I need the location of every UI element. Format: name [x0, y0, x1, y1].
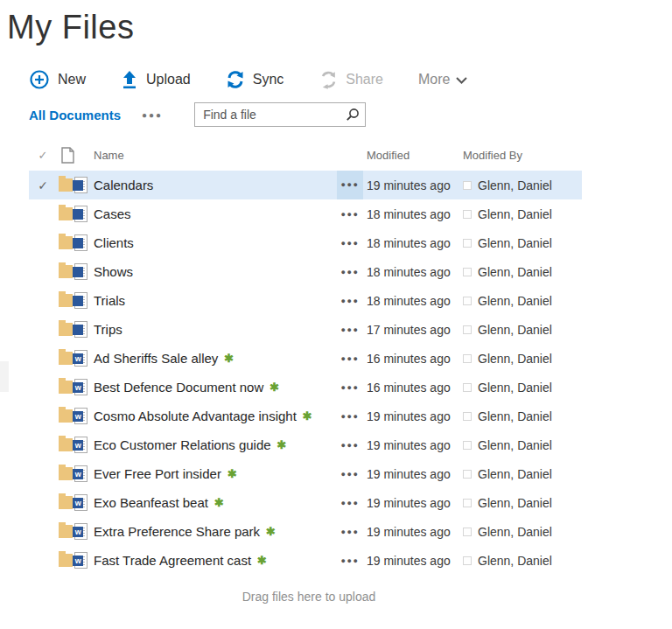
file-name[interactable]: Cases	[94, 206, 131, 221]
presence-indicator-icon	[463, 239, 472, 248]
row-ellipsis-menu[interactable]: ●●●	[337, 354, 363, 363]
upload-button-label: Upload	[146, 72, 191, 87]
file-name-cell[interactable]: Trips	[88, 322, 337, 337]
file-name-cell[interactable]: Clients	[88, 235, 337, 250]
row-ellipsis-menu[interactable]: ●●●	[337, 325, 363, 334]
row-checkmark[interactable]: ✓	[29, 178, 57, 192]
new-button[interactable]: New	[29, 69, 86, 90]
folder-icon	[59, 207, 73, 220]
table-row[interactable]: ✓ Calendars ●●● 19 minutes ago Glenn, Da…	[29, 171, 582, 199]
file-name[interactable]: Fast Trade Agreement cast	[94, 553, 251, 568]
file-name-cell[interactable]: Extra Preference Share park ✱	[88, 524, 337, 539]
file-name[interactable]: Shows	[94, 264, 133, 279]
modified-column-header[interactable]: Modified	[363, 149, 458, 162]
more-menu-button[interactable]: More	[418, 72, 467, 87]
row-ellipsis-menu[interactable]: ●●●	[337, 470, 363, 479]
table-row[interactable]: Trips ●●● 17 minutes ago Glenn, Daniel	[29, 315, 582, 344]
presence-indicator-icon	[463, 210, 472, 219]
file-type-column-icon[interactable]	[57, 147, 88, 164]
row-ellipsis-menu[interactable]: ●●●	[337, 239, 363, 248]
row-ellipsis-menu[interactable]: ●●●	[337, 297, 363, 305]
modified-by-name: Glenn, Daniel	[478, 323, 552, 337]
row-ellipsis-menu[interactable]: ●●●	[337, 441, 363, 450]
file-name-cell[interactable]: Fast Trade Agreement cast ✱	[88, 553, 337, 568]
file-name[interactable]: Cosmo Absolute Advantage insight	[94, 409, 297, 423]
table-row[interactable]: Cases ●●● 18 minutes ago Glenn, Daniel	[29, 199, 582, 228]
search-icon[interactable]	[346, 108, 360, 125]
file-name-cell[interactable]: Ever Free Port insider ✱	[88, 466, 337, 481]
name-column-header[interactable]: Name	[88, 149, 337, 162]
row-ellipsis-menu[interactable]: ●●●	[337, 556, 363, 565]
file-name-cell[interactable]: Ad Sheriffs Sale alley ✱	[88, 351, 337, 366]
modified-by-name: Glenn, Daniel	[478, 352, 552, 366]
sync-button[interactable]: Sync	[226, 70, 284, 89]
table-row[interactable]: Shows ●●● 18 minutes ago Glenn, Daniel	[29, 257, 582, 286]
file-name-cell[interactable]: Eco Customer Relations guide ✱	[88, 437, 337, 452]
table-row[interactable]: w Fast Trade Agreement cast ✱ ●●● 19 min…	[29, 546, 582, 575]
word-doc-icon	[73, 206, 88, 223]
file-name-cell[interactable]: Cosmo Absolute Advantage insight ✱	[88, 409, 337, 423]
folder-icon	[59, 294, 73, 307]
row-ellipsis-menu[interactable]: ●●●	[337, 412, 363, 421]
table-row[interactable]: w Eco Customer Relations guide ✱ ●●● 19 …	[29, 430, 582, 459]
file-name[interactable]: Ever Free Port insider	[94, 466, 221, 481]
table-row[interactable]: Clients ●●● 18 minutes ago Glenn, Daniel	[29, 228, 582, 257]
row-ellipsis-menu[interactable]: ●●●	[337, 528, 363, 536]
table-row[interactable]: w Cosmo Absolute Advantage insight ✱ ●●●…	[29, 402, 582, 430]
file-name-cell[interactable]: Best Defence Document now ✱	[88, 380, 337, 395]
row-modified: 19 minutes ago	[363, 409, 458, 423]
share-button[interactable]: Share	[318, 70, 383, 89]
folder-icon	[59, 381, 73, 394]
row-ellipsis-menu[interactable]: ●●●	[337, 268, 363, 276]
word-doc-icon: w	[73, 379, 88, 396]
modified-by-name: Glenn, Daniel	[478, 409, 552, 423]
my-files-page: My Files New Upload	[0, 0, 672, 629]
row-type-icon-cell: w	[57, 437, 88, 454]
file-name[interactable]: Trials	[94, 293, 125, 308]
upload-button[interactable]: Upload	[121, 70, 191, 89]
table-row[interactable]: w Exo Beanfeast beat ✱ ●●● 19 minutes ag…	[29, 488, 582, 517]
row-type-icon-cell	[57, 234, 88, 252]
file-name[interactable]: Calendars	[94, 178, 153, 192]
search-input[interactable]	[194, 102, 366, 127]
word-letter	[73, 209, 83, 220]
file-name[interactable]: Eco Customer Relations guide	[94, 437, 271, 452]
view-bar: All Documents ●●●	[29, 102, 672, 127]
row-ellipsis-menu[interactable]: ●●●	[337, 171, 363, 199]
view-selector-all-documents[interactable]: All Documents	[29, 108, 121, 122]
file-name-cell[interactable]: Shows	[88, 264, 337, 279]
table-row[interactable]: w Extra Preference Share park ✱ ●●● 19 m…	[29, 517, 582, 546]
row-type-icon-cell: w	[57, 552, 88, 570]
word-doc-icon: w	[73, 552, 88, 570]
table-row[interactable]: w Best Defence Document now ✱ ●●● 16 min…	[29, 373, 582, 402]
file-name-cell[interactable]: Cases	[88, 206, 337, 221]
presence-indicator-icon	[463, 499, 472, 507]
select-all-checkmark[interactable]: ✓	[29, 149, 57, 162]
row-modified: 17 minutes ago	[363, 323, 458, 337]
view-options-ellipsis[interactable]: ●●●	[142, 110, 163, 120]
row-ellipsis-menu[interactable]: ●●●	[337, 383, 363, 392]
modified-by-column-header[interactable]: Modified By	[458, 149, 582, 162]
row-ellipsis-menu[interactable]: ●●●	[337, 210, 363, 219]
table-row[interactable]: w Ad Sheriffs Sale alley ✱ ●●● 16 minute…	[29, 344, 582, 373]
file-name[interactable]: Best Defence Document now	[94, 380, 263, 395]
row-modified-by: Glenn, Daniel	[458, 323, 582, 337]
upload-dropzone[interactable]: Drag files here to upload	[29, 589, 589, 605]
table-row[interactable]: Trials ●●● 18 minutes ago Glenn, Daniel	[29, 286, 582, 315]
row-ellipsis-menu[interactable]: ●●●	[337, 499, 363, 507]
row-modified-by: Glenn, Daniel	[458, 467, 582, 481]
word-letter	[73, 238, 83, 248]
folder-icon	[59, 352, 73, 365]
word-doc-icon: w	[73, 494, 88, 512]
file-name[interactable]: Clients	[94, 235, 134, 250]
file-name-cell[interactable]: Calendars	[88, 178, 337, 192]
file-name-cell[interactable]: Exo Beanfeast beat ✱	[88, 495, 337, 510]
file-name[interactable]: Extra Preference Share park	[94, 524, 260, 539]
file-name[interactable]: Trips	[94, 322, 122, 337]
file-name[interactable]: Exo Beanfeast beat	[94, 495, 208, 510]
table-row[interactable]: w Ever Free Port insider ✱ ●●● 19 minute…	[29, 459, 582, 488]
sync-button-label: Sync	[253, 72, 284, 87]
new-item-icon: ✱	[266, 525, 276, 538]
file-name[interactable]: Ad Sheriffs Sale alley	[94, 351, 218, 366]
file-name-cell[interactable]: Trials	[88, 293, 337, 308]
